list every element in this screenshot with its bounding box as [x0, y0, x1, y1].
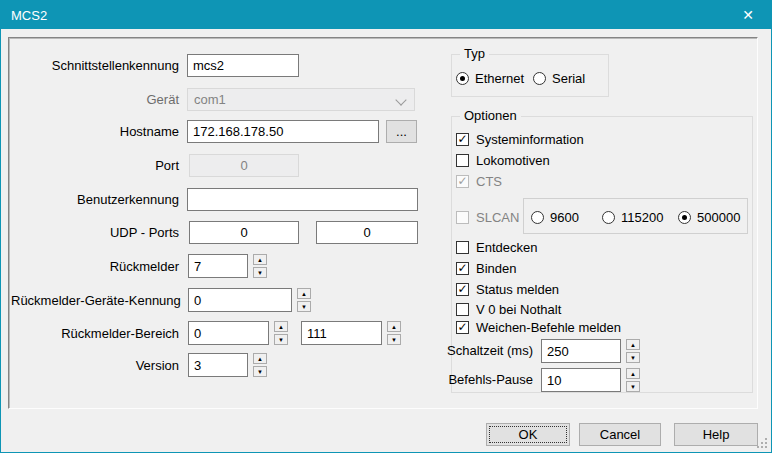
radio-serial[interactable]: Serial [533, 70, 585, 86]
checkbox-weichen-befehle-melden[interactable]: ✓ Weichen-Befehle melden [456, 319, 621, 335]
geraet-combobox-value: com1 [194, 92, 226, 107]
label-rueckmelder: Rückmelder [11, 259, 179, 275]
checkbox-slcan: ✓ SLCAN [456, 209, 519, 225]
checkbox-entdecken[interactable]: ✓ Entdecken [456, 239, 537, 255]
label-hostname: Hostname [11, 124, 179, 140]
ok-button[interactable]: OK [486, 423, 570, 446]
spin-up-icon[interactable]: ▲ [626, 339, 640, 350]
checkbox-icon: ✓ [456, 303, 469, 316]
label-befehls-pause: Befehls-Pause [441, 372, 533, 388]
radio-icon [533, 72, 546, 85]
label-rueckmelder-geraete-kennung: Rückmelder-Geräte-Kennung [11, 293, 179, 309]
rueckmelder-geraete-kennung-spinner[interactable]: ▲ ▼ [297, 288, 311, 312]
udp-port-2-input[interactable] [316, 221, 418, 244]
spin-down-icon[interactable]: ▼ [297, 301, 311, 312]
close-button[interactable]: ✕ [725, 1, 771, 29]
label-rueckmelder-bereich: Rückmelder-Bereich [11, 326, 179, 342]
label-version: Version [11, 358, 179, 374]
checkbox-icon: ✓ [456, 321, 469, 334]
spin-up-icon[interactable]: ▲ [626, 368, 640, 379]
rueckmelder-spinner[interactable]: ▲ ▼ [253, 254, 267, 278]
checkbox-status-melden[interactable]: ✓ Status melden [456, 281, 559, 297]
radio-ethernet[interactable]: Ethernet [456, 70, 524, 86]
radio-9600[interactable]: 9600 [531, 209, 579, 225]
spin-up-icon[interactable]: ▲ [274, 321, 288, 332]
checkbox-icon: ✓ [456, 211, 469, 224]
label-schnittstellenkennung: Schnittstellenkennung [11, 58, 179, 74]
spin-down-icon[interactable]: ▼ [626, 381, 640, 392]
titlebar[interactable]: MCS2 [1, 1, 771, 29]
version-input[interactable] [188, 353, 248, 377]
label-benutzerkennung: Benutzerkennung [11, 192, 179, 208]
label-udp-ports: UDP - Ports [11, 225, 179, 241]
spin-down-icon[interactable]: ▼ [387, 334, 401, 345]
checkbox-lokomotiven[interactable]: ✓ Lokomotiven [456, 152, 550, 168]
hostname-browse-button[interactable]: ... [386, 120, 417, 143]
checkbox-icon: ✓ [456, 283, 469, 296]
close-icon: ✕ [742, 7, 754, 23]
spin-down-icon[interactable]: ▼ [626, 352, 640, 363]
checkbox-cts: ✓ CTS [456, 173, 502, 189]
checkbox-binden[interactable]: ✓ Binden [456, 260, 516, 276]
cancel-button[interactable]: Cancel [579, 423, 661, 446]
befehls-pause-spinner[interactable]: ▲ ▼ [626, 368, 640, 392]
spin-up-icon[interactable]: ▲ [387, 321, 401, 332]
rueckmelder-bereich-von-input[interactable] [188, 321, 269, 345]
checkbox-icon: ✓ [456, 262, 469, 275]
radio-icon [602, 211, 615, 224]
befehls-pause-input[interactable] [541, 368, 621, 392]
checkbox-icon: ✓ [456, 175, 469, 188]
schnittstellenkennung-input[interactable] [187, 54, 299, 77]
radio-500000[interactable]: 500000 [678, 209, 740, 225]
radio-ethernet-label: Ethernet [475, 71, 524, 86]
checkbox-v0-bei-nothalt[interactable]: ✓ V 0 bei Nothalt [456, 301, 561, 317]
rueckmelder-bereich-bis-spinner[interactable]: ▲ ▼ [387, 321, 401, 345]
radio-icon [456, 72, 469, 85]
spin-up-icon[interactable]: ▲ [253, 254, 267, 265]
checkbox-icon: ✓ [456, 154, 469, 167]
label-schaltzeit: Schaltzeit (ms) [441, 343, 533, 359]
checkbox-systeminformation[interactable]: ✓ Systeminformation [456, 131, 584, 147]
spin-down-icon[interactable]: ▼ [274, 334, 288, 345]
spin-up-icon[interactable]: ▲ [253, 353, 267, 364]
udp-port-1-input[interactable] [189, 221, 299, 244]
benutzerkennung-input[interactable] [187, 188, 418, 211]
version-spinner[interactable]: ▲ ▼ [253, 353, 267, 377]
window-title: MCS2 [11, 8, 47, 23]
resize-grip[interactable] [757, 438, 767, 448]
spin-up-icon[interactable]: ▲ [297, 288, 311, 299]
rueckmelder-bereich-von-spinner[interactable]: ▲ ▼ [274, 321, 288, 345]
optionen-group-title: Optionen [460, 108, 521, 124]
rueckmelder-bereich-bis-input[interactable] [301, 321, 382, 345]
label-geraet: Gerät [11, 92, 179, 108]
label-port: Port [11, 158, 179, 174]
spin-down-icon[interactable]: ▼ [253, 366, 267, 377]
radio-115200[interactable]: 115200 [602, 209, 663, 225]
radio-icon [678, 211, 691, 224]
spin-down-icon[interactable]: ▼ [253, 267, 267, 278]
rueckmelder-geraete-kennung-input[interactable] [188, 288, 292, 312]
typ-group-title: Typ [460, 46, 489, 62]
help-button[interactable]: Help [674, 423, 758, 446]
focus-ring [489, 426, 567, 443]
radio-serial-label: Serial [552, 71, 585, 86]
rueckmelder-input[interactable] [188, 254, 248, 278]
schaltzeit-input[interactable] [541, 339, 621, 363]
hostname-input[interactable] [187, 120, 379, 143]
radio-icon [531, 211, 544, 224]
schaltzeit-spinner[interactable]: ▲ ▼ [626, 339, 640, 363]
geraet-combobox[interactable]: com1 [187, 88, 415, 111]
checkbox-icon: ✓ [456, 241, 469, 254]
mcs2-dialog: MCS2 ✕ Schnittstellenkennung Gerät Hostn… [0, 0, 772, 453]
checkbox-icon: ✓ [456, 133, 469, 146]
chevron-down-icon [395, 94, 406, 105]
port-input [189, 154, 299, 177]
